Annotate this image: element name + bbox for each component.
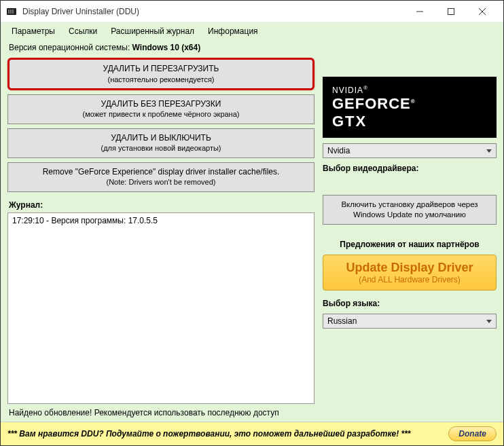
main-area: УДАЛИТЬ И ПЕРЕЗАГРУЗИТЬ (настоятельно ре… xyxy=(1,58,503,404)
btn-line: (настоятельно рекомендуется) xyxy=(15,75,307,84)
left-column: УДАЛИТЬ И ПЕРЕЗАГРУЗИТЬ (настоятельно ре… xyxy=(7,58,314,404)
remove-geforce-experience-button[interactable]: Remove "GeForce Experience" display driv… xyxy=(7,162,314,192)
btn-line: (Note: Drivers won't be removed) xyxy=(14,177,308,187)
btn-line: УДАЛИТЬ И ПЕРЕЗАГРУЗИТЬ xyxy=(15,64,307,75)
btn-line: Remove "GeForce Experience" display driv… xyxy=(14,167,308,178)
update-driver-line1: Update Display Driver xyxy=(327,261,492,275)
menu-information[interactable]: Информация xyxy=(202,25,263,37)
donate-button[interactable]: Donate xyxy=(448,426,497,441)
close-button[interactable] xyxy=(467,1,498,22)
btn-line: УДАЛИТЬ И ВЫКЛЮЧИТЬ xyxy=(14,133,308,144)
svg-rect-5 xyxy=(448,8,454,14)
wu-line: Windows Update по умолчанию xyxy=(327,210,492,220)
gpu-brand-banner: NVIDIA® GEFORCE® GTX xyxy=(323,77,497,138)
os-version-label: Версия операционной системы: xyxy=(9,43,130,52)
language-selected-value: Russian xyxy=(327,316,357,326)
app-icon xyxy=(6,6,17,17)
language-label: Выбор языка: xyxy=(323,299,497,308)
donate-text: *** Вам нравится DDU? Подумайте о пожерт… xyxy=(7,429,448,439)
menu-extended-log[interactable]: Расширенный журнал xyxy=(105,25,200,37)
update-driver-line2: (And ALL Hardware Drivers) xyxy=(327,275,492,284)
language-select[interactable]: Russian xyxy=(323,314,497,329)
wu-line: Включить установку драйверов через xyxy=(327,200,492,210)
window-controls xyxy=(404,1,498,22)
log-label: Журнал: xyxy=(9,200,314,210)
menu-parameters[interactable]: Параметры xyxy=(6,25,60,37)
log-box[interactable]: 17:29:10 - Версия программы: 17.0.5.5 xyxy=(7,212,314,404)
clean-and-shutdown-button[interactable]: УДАЛИТЬ И ВЫКЛЮЧИТЬ (для установки новой… xyxy=(7,128,314,158)
status-bar: Найдено обновление! Рекомендуется исполь… xyxy=(1,404,503,422)
menubar: Параметры Ссылки Расширенный журнал Инфо… xyxy=(1,22,503,40)
minimize-button[interactable] xyxy=(404,1,435,22)
menu-links[interactable]: Ссылки xyxy=(63,25,103,37)
driver-select-label: Выбор видеодрайвера: xyxy=(323,164,497,173)
log-entry: 17:29:10 - Версия программы: 17.0.5.5 xyxy=(12,216,310,225)
gpu-brand-line2: GEFORCE® xyxy=(332,95,487,113)
donate-bar: *** Вам нравится DDU? Подумайте о пожерт… xyxy=(1,422,503,445)
clean-without-restart-button[interactable]: УДАЛИТЬ БЕЗ ПЕРЕЗАГРУЗКИ (может привести… xyxy=(7,94,314,124)
gpu-brand-line3: GTX xyxy=(332,113,487,130)
window-title: Display Driver Uninstaller (DDU) xyxy=(22,7,404,16)
right-column: NVIDIA® GEFORCE® GTX Nvidia Выбор видеод… xyxy=(323,58,497,404)
vendor-selected-value: Nvidia xyxy=(327,146,350,155)
btn-line: УДАЛИТЬ БЕЗ ПЕРЕЗАГРУЗКИ xyxy=(14,99,308,110)
partners-label: Предложения от наших партнёров xyxy=(323,240,497,249)
titlebar: Display Driver Uninstaller (DDU) xyxy=(1,1,503,22)
vendor-select[interactable]: Nvidia xyxy=(323,143,497,158)
svg-rect-2 xyxy=(10,10,12,14)
svg-rect-1 xyxy=(8,10,10,14)
update-display-driver-button[interactable]: Update Display Driver (And ALL Hardware … xyxy=(323,255,497,291)
gpu-brand-line1: NVIDIA® xyxy=(332,85,487,95)
svg-rect-3 xyxy=(12,10,14,14)
clean-and-restart-button[interactable]: УДАЛИТЬ И ПЕРЕЗАГРУЗИТЬ (настоятельно ре… xyxy=(7,58,314,90)
btn-line: (для установки новой видеокарты) xyxy=(14,143,308,153)
os-version-line: Версия операционной системы: Windows 10 … xyxy=(1,40,503,58)
enable-windows-update-button[interactable]: Включить установку драйверов через Windo… xyxy=(323,195,497,225)
btn-line: (может привести к проблеме чёрного экран… xyxy=(14,109,308,119)
maximize-button[interactable] xyxy=(435,1,467,22)
app-window: Display Driver Uninstaller (DDU) Парамет… xyxy=(0,0,504,446)
content-area: Параметры Ссылки Расширенный журнал Инфо… xyxy=(1,22,503,422)
os-version-value: Windows 10 (x64) xyxy=(132,43,201,52)
